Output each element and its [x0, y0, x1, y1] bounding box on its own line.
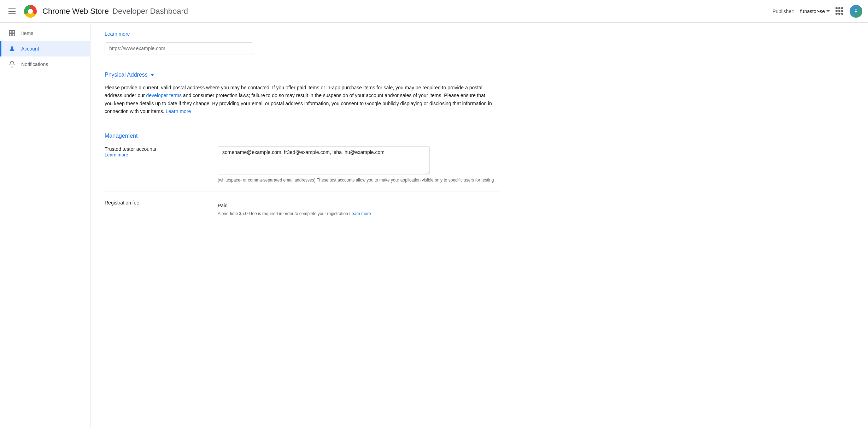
physical-address-section-header: Physical Address: [105, 72, 500, 78]
main-content: Learn more Physical Address Please provi…: [90, 23, 868, 428]
publisher-label: Publisher:: [773, 8, 794, 14]
physical-address-title[interactable]: Physical Address: [105, 72, 148, 78]
avatar[interactable]: F: [850, 5, 862, 18]
divider-3: [105, 191, 500, 191]
header-left: Chrome Web Store Developer Dashboard: [6, 5, 773, 18]
sidebar-items-label: Items: [21, 30, 33, 36]
privacy-policy-input-col: [105, 42, 500, 54]
registration-fee-label: Registration fee: [105, 200, 204, 206]
registration-fee-value-col: Paid A one-time $5.00 fee is required in…: [218, 200, 500, 216]
physical-address-description: Please provide a current, valid postal a…: [105, 84, 493, 115]
svg-point-4: [11, 46, 13, 49]
content-area: Learn more Physical Address Please provi…: [90, 23, 515, 233]
svg-rect-2: [10, 34, 12, 36]
publisher-selector[interactable]: funastor-se: [800, 8, 830, 14]
app-name: Chrome Web Store: [42, 7, 109, 16]
app-header: Chrome Web Store Developer Dashboard Pub…: [0, 0, 868, 23]
app-title: Chrome Web Store Developer Dashboard: [42, 7, 188, 16]
registration-fee-row: Registration fee Paid A one-time $5.00 f…: [105, 200, 500, 216]
header-right: Publisher: funastor-se F: [773, 5, 862, 18]
sidebar-item-items[interactable]: Items: [0, 25, 90, 41]
trusted-tester-label: Trusted tester accounts: [105, 146, 204, 152]
layout: Items Account Notifications: [0, 23, 868, 428]
divider-2: [105, 124, 500, 124]
sidebar-notifications-label: Notifications: [21, 61, 48, 67]
registration-fee-value: Paid: [218, 200, 500, 208]
trusted-tester-hint: (whitespace- or comma-separated email ad…: [218, 178, 500, 183]
registration-fee-hint: A one-time $5.00 fee is required in orde…: [218, 211, 500, 216]
divider-1: [105, 63, 500, 63]
hamburger-menu-button[interactable]: [6, 6, 18, 17]
physical-address-chevron-icon[interactable]: [151, 74, 154, 76]
privacy-policy-input[interactable]: [105, 42, 253, 54]
top-learn-more-link[interactable]: Learn more: [105, 31, 130, 37]
trusted-tester-input-col: somename@example.com, fr3ed@example.com,…: [218, 146, 500, 183]
avatar-initials: F: [855, 8, 858, 14]
registration-fee-learn-more-link[interactable]: Learn more: [349, 211, 371, 216]
registration-fee-label-col: Registration fee: [105, 200, 204, 206]
trusted-tester-learn-more-link[interactable]: Learn more: [105, 152, 128, 157]
physical-address-learn-more-link[interactable]: Learn more: [166, 108, 191, 114]
bell-icon: [8, 61, 16, 68]
trusted-tester-label-col: Trusted tester accounts Learn more: [105, 146, 204, 157]
publisher-name-text: funastor-se: [800, 8, 825, 14]
sidebar-account-label: Account: [21, 46, 39, 52]
trusted-tester-textarea[interactable]: somename@example.com, fr3ed@example.com,…: [218, 146, 430, 174]
trusted-tester-row: Trusted tester accounts Learn more somen…: [105, 146, 500, 183]
app-subtitle: Developer Dashboard: [112, 7, 188, 16]
sidebar: Items Account Notifications: [0, 23, 90, 428]
package-icon: [8, 30, 16, 37]
svg-rect-3: [12, 34, 15, 36]
management-section-title: Management: [105, 133, 500, 139]
account-icon: [8, 45, 16, 52]
developer-terms-link[interactable]: developer terms: [146, 93, 182, 98]
sidebar-item-account[interactable]: Account: [0, 41, 90, 57]
sidebar-item-notifications[interactable]: Notifications: [0, 57, 90, 72]
google-apps-button[interactable]: [835, 7, 844, 16]
svg-rect-0: [10, 31, 12, 33]
registration-fee-hint-text: A one-time $5.00 fee is required in orde…: [218, 211, 348, 216]
chrome-logo-icon: [24, 5, 37, 18]
privacy-policy-row: [105, 42, 500, 54]
publisher-chevron-icon: [826, 10, 830, 12]
svg-rect-1: [12, 31, 15, 33]
